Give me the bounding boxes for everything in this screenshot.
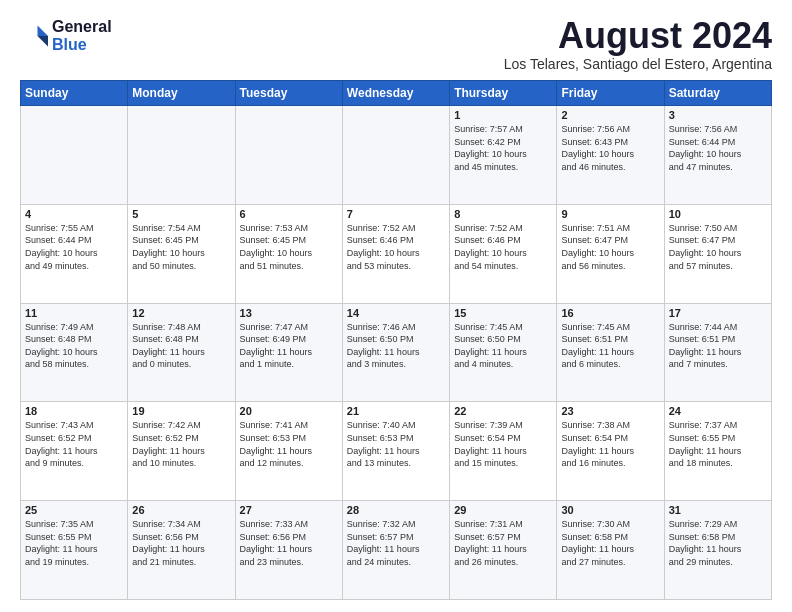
calendar-cell: 20Sunrise: 7:41 AM Sunset: 6:53 PM Dayli…	[235, 402, 342, 501]
day-number: 14	[347, 307, 445, 319]
calendar-week-5: 25Sunrise: 7:35 AM Sunset: 6:55 PM Dayli…	[21, 501, 772, 600]
calendar-cell: 4Sunrise: 7:55 AM Sunset: 6:44 PM Daylig…	[21, 204, 128, 303]
day-number: 10	[669, 208, 767, 220]
calendar-week-2: 4Sunrise: 7:55 AM Sunset: 6:44 PM Daylig…	[21, 204, 772, 303]
day-info: Sunrise: 7:34 AM Sunset: 6:56 PM Dayligh…	[132, 518, 230, 568]
column-header-sunday: Sunday	[21, 81, 128, 106]
calendar-cell: 11Sunrise: 7:49 AM Sunset: 6:48 PM Dayli…	[21, 303, 128, 402]
calendar-header-row: SundayMondayTuesdayWednesdayThursdayFrid…	[21, 81, 772, 106]
calendar-cell: 27Sunrise: 7:33 AM Sunset: 6:56 PM Dayli…	[235, 501, 342, 600]
day-number: 1	[454, 109, 552, 121]
calendar-cell: 1Sunrise: 7:57 AM Sunset: 6:42 PM Daylig…	[450, 106, 557, 205]
day-info: Sunrise: 7:49 AM Sunset: 6:48 PM Dayligh…	[25, 321, 123, 371]
calendar-week-1: 1Sunrise: 7:57 AM Sunset: 6:42 PM Daylig…	[21, 106, 772, 205]
calendar-cell: 6Sunrise: 7:53 AM Sunset: 6:45 PM Daylig…	[235, 204, 342, 303]
day-info: Sunrise: 7:30 AM Sunset: 6:58 PM Dayligh…	[561, 518, 659, 568]
day-number: 5	[132, 208, 230, 220]
day-number: 29	[454, 504, 552, 516]
day-info: Sunrise: 7:52 AM Sunset: 6:46 PM Dayligh…	[347, 222, 445, 272]
day-number: 23	[561, 405, 659, 417]
day-info: Sunrise: 7:57 AM Sunset: 6:42 PM Dayligh…	[454, 123, 552, 173]
calendar-cell	[235, 106, 342, 205]
day-number: 21	[347, 405, 445, 417]
day-info: Sunrise: 7:47 AM Sunset: 6:49 PM Dayligh…	[240, 321, 338, 371]
day-info: Sunrise: 7:56 AM Sunset: 6:43 PM Dayligh…	[561, 123, 659, 173]
day-info: Sunrise: 7:55 AM Sunset: 6:44 PM Dayligh…	[25, 222, 123, 272]
day-number: 26	[132, 504, 230, 516]
calendar-week-4: 18Sunrise: 7:43 AM Sunset: 6:52 PM Dayli…	[21, 402, 772, 501]
day-info: Sunrise: 7:53 AM Sunset: 6:45 PM Dayligh…	[240, 222, 338, 272]
logo-icon	[20, 22, 48, 50]
day-number: 24	[669, 405, 767, 417]
day-number: 15	[454, 307, 552, 319]
column-header-saturday: Saturday	[664, 81, 771, 106]
calendar-cell: 2Sunrise: 7:56 AM Sunset: 6:43 PM Daylig…	[557, 106, 664, 205]
header: General Blue August 2024 Los Telares, Sa…	[20, 18, 772, 72]
column-header-monday: Monday	[128, 81, 235, 106]
calendar-cell: 17Sunrise: 7:44 AM Sunset: 6:51 PM Dayli…	[664, 303, 771, 402]
calendar-cell: 31Sunrise: 7:29 AM Sunset: 6:58 PM Dayli…	[664, 501, 771, 600]
calendar-cell: 3Sunrise: 7:56 AM Sunset: 6:44 PM Daylig…	[664, 106, 771, 205]
day-info: Sunrise: 7:29 AM Sunset: 6:58 PM Dayligh…	[669, 518, 767, 568]
day-number: 2	[561, 109, 659, 121]
day-number: 12	[132, 307, 230, 319]
day-number: 30	[561, 504, 659, 516]
calendar-cell: 19Sunrise: 7:42 AM Sunset: 6:52 PM Dayli…	[128, 402, 235, 501]
calendar-cell: 18Sunrise: 7:43 AM Sunset: 6:52 PM Dayli…	[21, 402, 128, 501]
calendar-cell	[21, 106, 128, 205]
day-number: 9	[561, 208, 659, 220]
calendar-cell: 9Sunrise: 7:51 AM Sunset: 6:47 PM Daylig…	[557, 204, 664, 303]
calendar-cell: 16Sunrise: 7:45 AM Sunset: 6:51 PM Dayli…	[557, 303, 664, 402]
day-number: 28	[347, 504, 445, 516]
calendar-cell: 28Sunrise: 7:32 AM Sunset: 6:57 PM Dayli…	[342, 501, 449, 600]
day-info: Sunrise: 7:54 AM Sunset: 6:45 PM Dayligh…	[132, 222, 230, 272]
calendar-table: SundayMondayTuesdayWednesdayThursdayFrid…	[20, 80, 772, 600]
day-number: 6	[240, 208, 338, 220]
day-number: 20	[240, 405, 338, 417]
day-info: Sunrise: 7:41 AM Sunset: 6:53 PM Dayligh…	[240, 419, 338, 469]
calendar-cell: 25Sunrise: 7:35 AM Sunset: 6:55 PM Dayli…	[21, 501, 128, 600]
day-number: 7	[347, 208, 445, 220]
day-info: Sunrise: 7:37 AM Sunset: 6:55 PM Dayligh…	[669, 419, 767, 469]
day-info: Sunrise: 7:51 AM Sunset: 6:47 PM Dayligh…	[561, 222, 659, 272]
day-info: Sunrise: 7:40 AM Sunset: 6:53 PM Dayligh…	[347, 419, 445, 469]
calendar-subtitle: Los Telares, Santiago del Estero, Argent…	[504, 56, 772, 72]
calendar-cell: 24Sunrise: 7:37 AM Sunset: 6:55 PM Dayli…	[664, 402, 771, 501]
day-info: Sunrise: 7:46 AM Sunset: 6:50 PM Dayligh…	[347, 321, 445, 371]
day-number: 17	[669, 307, 767, 319]
day-number: 3	[669, 109, 767, 121]
day-number: 8	[454, 208, 552, 220]
calendar-cell: 15Sunrise: 7:45 AM Sunset: 6:50 PM Dayli…	[450, 303, 557, 402]
column-header-tuesday: Tuesday	[235, 81, 342, 106]
day-info: Sunrise: 7:52 AM Sunset: 6:46 PM Dayligh…	[454, 222, 552, 272]
day-info: Sunrise: 7:32 AM Sunset: 6:57 PM Dayligh…	[347, 518, 445, 568]
svg-marker-0	[38, 25, 49, 36]
calendar-cell: 12Sunrise: 7:48 AM Sunset: 6:48 PM Dayli…	[128, 303, 235, 402]
day-info: Sunrise: 7:33 AM Sunset: 6:56 PM Dayligh…	[240, 518, 338, 568]
calendar-cell: 5Sunrise: 7:54 AM Sunset: 6:45 PM Daylig…	[128, 204, 235, 303]
day-number: 16	[561, 307, 659, 319]
day-number: 18	[25, 405, 123, 417]
day-info: Sunrise: 7:38 AM Sunset: 6:54 PM Dayligh…	[561, 419, 659, 469]
calendar-cell: 21Sunrise: 7:40 AM Sunset: 6:53 PM Dayli…	[342, 402, 449, 501]
day-info: Sunrise: 7:56 AM Sunset: 6:44 PM Dayligh…	[669, 123, 767, 173]
calendar-cell: 8Sunrise: 7:52 AM Sunset: 6:46 PM Daylig…	[450, 204, 557, 303]
day-number: 13	[240, 307, 338, 319]
day-info: Sunrise: 7:45 AM Sunset: 6:51 PM Dayligh…	[561, 321, 659, 371]
calendar-cell: 10Sunrise: 7:50 AM Sunset: 6:47 PM Dayli…	[664, 204, 771, 303]
calendar-title: August 2024	[504, 18, 772, 54]
day-number: 11	[25, 307, 123, 319]
calendar-cell	[128, 106, 235, 205]
day-info: Sunrise: 7:43 AM Sunset: 6:52 PM Dayligh…	[25, 419, 123, 469]
title-section: August 2024 Los Telares, Santiago del Es…	[504, 18, 772, 72]
day-number: 27	[240, 504, 338, 516]
svg-marker-1	[38, 36, 49, 47]
calendar-cell: 13Sunrise: 7:47 AM Sunset: 6:49 PM Dayli…	[235, 303, 342, 402]
calendar-cell: 30Sunrise: 7:30 AM Sunset: 6:58 PM Dayli…	[557, 501, 664, 600]
day-info: Sunrise: 7:45 AM Sunset: 6:50 PM Dayligh…	[454, 321, 552, 371]
column-header-thursday: Thursday	[450, 81, 557, 106]
column-header-wednesday: Wednesday	[342, 81, 449, 106]
logo: General Blue	[20, 18, 112, 53]
logo-line1: General	[52, 18, 112, 36]
calendar-cell: 14Sunrise: 7:46 AM Sunset: 6:50 PM Dayli…	[342, 303, 449, 402]
